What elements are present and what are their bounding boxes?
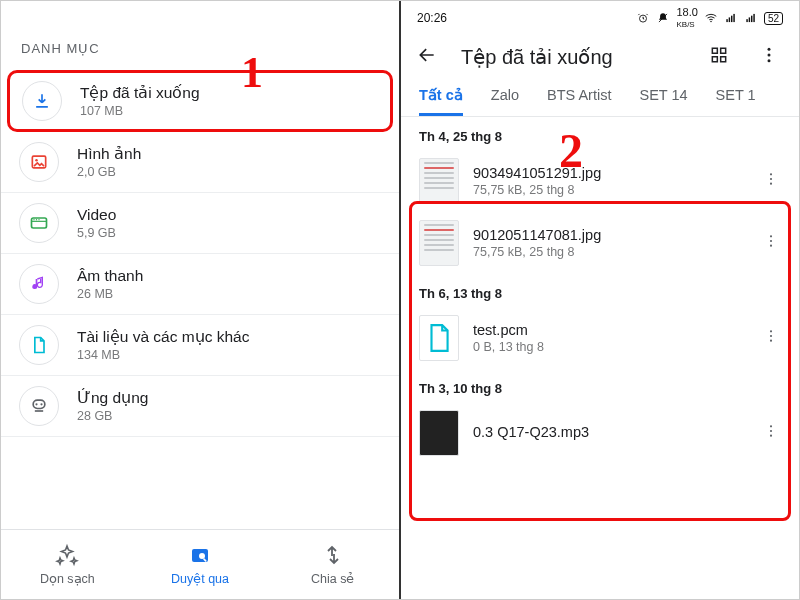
date-header: Th 3, 10 thg 8 [401,369,799,402]
category-video[interactable]: Video 5,9 GB [1,193,399,254]
svg-point-29 [770,235,772,237]
status-bar: 20:26 18.0KB/S 52 [401,1,799,31]
svg-rect-6 [33,400,45,408]
file-more-button[interactable] [757,165,785,197]
svg-point-30 [770,240,772,242]
svg-point-8 [40,403,42,405]
svg-point-36 [770,430,772,432]
svg-point-27 [770,178,772,180]
category-audio[interactable]: Âm thanh 26 MB [1,254,399,315]
file-row[interactable]: 9012051147081.jpg 75,75 kB, 25 thg 8 [401,212,799,274]
svg-rect-16 [729,17,730,22]
svg-point-28 [770,183,772,185]
sparkle-icon [55,543,79,567]
tab-set-14[interactable]: SET 14 [639,87,687,116]
svg-point-33 [770,335,772,337]
svg-point-24 [768,54,771,57]
categories-screen: DANH MỤC Tệp đã tải xuống 107 MB Hình ản… [1,1,401,599]
svg-point-32 [770,330,772,332]
grid-view-button[interactable] [703,41,735,73]
file-more-button[interactable] [757,417,785,449]
date-header: Th 4, 25 thg 8 [401,117,799,150]
nav-clean[interactable]: Dọn sạch [1,530,134,599]
svg-rect-22 [753,14,754,22]
audio-icon [19,264,59,304]
file-row[interactable]: 0.3 Q17-Q23.mp3 [401,402,799,464]
category-download[interactable]: Tệp đã tải xuống 107 MB [7,70,393,132]
share-icon [321,543,345,567]
file-name: 0.3 Q17-Q23.mp3 [473,424,743,440]
category-image[interactable]: Hình ảnh 2,0 GB [1,132,399,193]
category-size: 2,0 GB [77,165,141,179]
category-size: 5,9 GB [77,226,116,240]
screen-header: Tệp đã tải xuống [401,31,799,83]
svg-point-25 [768,59,771,62]
file-name: 9034941051291.jpg [473,165,743,181]
back-button[interactable] [411,41,443,73]
svg-point-5 [38,219,39,220]
svg-point-34 [770,340,772,342]
svg-rect-17 [731,16,732,22]
signal-icon [744,11,758,25]
file-row[interactable]: 9034941051291.jpg 75,75 kB, 25 thg 8 [401,150,799,212]
svg-point-35 [770,425,772,427]
tab-bts-artist[interactable]: BTS Artist [547,87,611,116]
svg-point-37 [770,435,772,437]
svg-point-4 [36,219,37,220]
svg-point-1 [35,159,38,162]
mute-icon [656,11,670,25]
alarm-icon [636,11,650,25]
svg-point-26 [770,173,772,175]
category-size: 134 MB [77,348,249,362]
section-header: DANH MỤC [1,1,399,70]
category-size: 28 GB [77,409,148,423]
category-title: Video [77,206,116,224]
category-app[interactable]: Ứng dụng 28 GB [1,376,399,437]
category-title: Ứng dụng [77,389,148,407]
app-icon [19,386,59,426]
category-title: Âm thanh [77,267,143,285]
category-title: Tài liệu và các mục khác [77,328,249,346]
signal-icon [724,11,738,25]
download-icon [22,81,62,121]
nav-share[interactable]: Chia sẻ [266,530,399,599]
category-title: Hình ảnh [77,145,141,163]
category-size: 107 MB [80,104,200,118]
file-meta: 75,75 kB, 25 thg 8 [473,245,743,259]
overflow-menu-button[interactable] [753,41,785,73]
wifi-icon [704,11,718,25]
filter-tabs: Tất cảZaloBTS ArtistSET 14SET 1 [401,83,799,117]
nav-browse[interactable]: Duyệt qua [134,530,267,599]
svg-point-31 [770,245,772,247]
video-icon [19,203,59,243]
date-header: Th 6, 13 thg 8 [401,274,799,307]
file-row[interactable]: test.pcm 0 B, 13 thg 8 [401,307,799,369]
doc-icon [19,325,59,365]
file-thumbnail [419,158,459,204]
category-doc[interactable]: Tài liệu và các mục khác 134 MB [1,315,399,376]
svg-rect-21 [751,16,752,22]
file-more-button[interactable] [757,227,785,259]
file-meta: 75,75 kB, 25 thg 8 [473,183,743,197]
svg-rect-15 [726,19,727,22]
category-title: Tệp đã tải xuống [80,84,200,102]
status-time: 20:26 [417,11,447,25]
svg-point-7 [35,403,37,405]
file-meta: 0 B, 13 thg 8 [473,340,743,354]
svg-point-14 [710,21,712,23]
file-thumbnail [419,410,459,456]
category-size: 26 MB [77,287,143,301]
downloads-screen: 20:26 18.0KB/S 52 Tệp đã tải xuống Tất c… [401,1,799,599]
svg-rect-19 [746,19,747,22]
svg-point-23 [768,48,771,51]
file-more-button[interactable] [757,322,785,354]
tab-tất-cả[interactable]: Tất cả [419,87,463,116]
page-title: Tệp đã tải xuống [461,45,685,69]
svg-point-10 [199,553,205,559]
file-name: test.pcm [473,322,743,338]
tab-zalo[interactable]: Zalo [491,87,519,116]
tab-set-1[interactable]: SET 1 [716,87,756,116]
svg-rect-18 [733,14,734,22]
browse-icon [188,543,212,567]
svg-point-3 [33,219,34,220]
